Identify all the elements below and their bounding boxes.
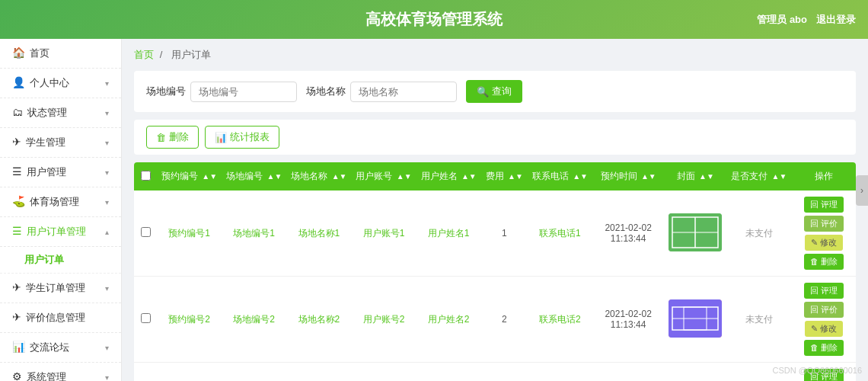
sort-arrows4[interactable]: ▲▼: [397, 173, 412, 181]
sidebar-item-venue[interactable]: ⛳体育场管理 ▾: [0, 187, 121, 217]
sidebar-item-system[interactable]: ⚙系统管理 ▾: [0, 363, 121, 381]
cell-cover-1: [664, 277, 726, 363]
chart-icon: 📊: [12, 341, 25, 353]
cell-venue-name-2: 场地名称3: [286, 363, 351, 382]
cell-actions-0: 回 评理 回 评价 ✎ 修改 🗑 删除: [791, 190, 856, 277]
sort-arrows3[interactable]: ▲▼: [332, 173, 347, 181]
delete-button-1[interactable]: 🗑 删除: [804, 340, 844, 356]
batch-delete-button[interactable]: 🗑 删除: [146, 126, 199, 149]
sidebar-subitem-user-order[interactable]: 用户订单: [0, 247, 121, 274]
sort-arrows2[interactable]: ▲▼: [266, 173, 282, 181]
search-icon: 🔍: [477, 86, 489, 98]
edit-button-0[interactable]: ✎ 修改: [805, 235, 843, 251]
breadcrumb-home[interactable]: 首页: [134, 49, 154, 60]
user-icon: 👤: [12, 76, 25, 88]
cell-cover-2: [664, 363, 726, 382]
comment-button-0[interactable]: 回 评价: [804, 216, 844, 232]
breadcrumb-separator: /: [160, 49, 163, 60]
th-actions: 操作: [791, 162, 856, 190]
row-actions-2: 回 评理 回 评价 ✎ 修改 🗑 删除: [796, 369, 851, 381]
sidebar-item-orders[interactable]: ☰用户订单管理 ▴: [0, 217, 121, 247]
cell-user-account-0: 用户账号1: [351, 190, 416, 277]
th-fee: 费用 ▲▼: [481, 162, 528, 190]
cell-booking-no-2: 预约编号3: [157, 363, 222, 382]
delete-button-0[interactable]: 🗑 删除: [804, 254, 844, 270]
breadcrumb: 首页 / 用户订单: [134, 48, 856, 62]
cell-booking-time-0: 2021-02-02 11:13:44: [592, 190, 664, 277]
stadium-icon: ⛳: [12, 195, 25, 207]
data-table: 预约编号 ▲▼ 场地编号 ▲▼ 场地名称 ▲▼ 用户账号 ▲▼ 用户姓名 ▲▼ …: [134, 162, 856, 381]
stats-icon: 📊: [215, 132, 227, 143]
th-user-name: 用户姓名 ▲▼: [416, 162, 481, 190]
table-row: 预约编号1 场地编号1 场地名称1 用户账号1 用户姓名1 1 联系电话1 20…: [134, 190, 856, 277]
th-paid: 是否支付 ▲▼: [726, 162, 791, 190]
cell-booking-no-1: 预约编号2: [157, 277, 222, 363]
row-checkbox-1: [134, 277, 157, 363]
sort-arrows7[interactable]: ▲▼: [573, 173, 588, 181]
sort-arrows5[interactable]: ▲▼: [461, 173, 477, 181]
th-cover: 封面 ▲▼: [664, 162, 726, 190]
th-checkbox: [134, 162, 157, 190]
cell-booking-no-0: 预约编号1: [157, 190, 222, 277]
cell-venue-code-0: 场地编号1: [222, 190, 286, 277]
cell-actions-1: 回 评理 回 评价 ✎ 修改 🗑 删除: [791, 277, 856, 363]
search-button[interactable]: 🔍 查询: [466, 80, 522, 103]
search-bar: 场地编号 场地名称 🔍 查询: [134, 71, 856, 112]
order-icon: ☰: [12, 225, 22, 237]
cell-user-account-2: 用户账号3: [351, 363, 416, 382]
review-button-1[interactable]: 回 评理: [804, 283, 844, 299]
sidebar-item-status[interactable]: 🗂状态管理 ▾: [0, 98, 121, 128]
th-booking-no: 预约编号 ▲▼: [157, 162, 222, 190]
sidebar-item-student-order[interactable]: ✈学生订单管理 ▾: [0, 274, 121, 303]
cell-venue-code-2: 场地编号3: [222, 363, 286, 382]
sort-arrows6[interactable]: ▲▼: [508, 173, 523, 181]
chevron-down-icon2: ▾: [105, 284, 109, 293]
chevron-down-icon: ▾: [105, 198, 109, 207]
sidebar-item-personal[interactable]: 👤个人中心 ▾: [0, 69, 121, 98]
cell-venue-name-1: 场地名称2: [286, 277, 351, 363]
paid-status-0: 未支付: [745, 228, 773, 239]
cell-user-name-2: 用户姓名3: [416, 363, 481, 382]
cell-contact-2: 联系电话3: [528, 363, 592, 382]
row-checkbox-2: [134, 363, 157, 382]
stats-button[interactable]: 📊 统计报表: [205, 126, 279, 149]
send-icon2: ✈: [12, 281, 21, 293]
venue-code-input[interactable]: [190, 82, 297, 102]
folder-icon: 🗂: [12, 106, 23, 118]
paid-status-1: 未支付: [745, 314, 773, 325]
sort-arrows9[interactable]: ▲▼: [699, 173, 714, 181]
table-row: 预约编号3 场地编号3 场地名称3 用户账号3 用户姓名3 3 联系电话3 20…: [134, 363, 856, 382]
list-icon: ☰: [12, 165, 22, 178]
sidebar-item-forum[interactable]: 📊交流论坛 ▾: [0, 333, 121, 363]
sort-arrows[interactable]: ▲▼: [202, 173, 217, 181]
sort-arrows10[interactable]: ▲▼: [772, 173, 787, 181]
home-icon: 🏠: [12, 46, 25, 59]
cell-fee-0: 1: [481, 190, 528, 277]
sidebar-item-review[interactable]: ✈评价信息管理: [0, 303, 121, 333]
edit-button-1[interactable]: ✎ 修改: [805, 321, 843, 337]
main-content: 首页 / 用户订单 场地编号 场地名称 🔍 查询 🗑 删除: [122, 39, 868, 381]
sidebar-item-user[interactable]: ☰用户管理 ▾: [0, 158, 121, 187]
cell-booking-time-1: 2021-02-02 11:13:44: [592, 277, 664, 363]
sidebar-item-student[interactable]: ✈学生管理 ▾: [0, 128, 121, 158]
cell-paid-1: 未支付: [726, 277, 791, 363]
review-icon: ✈: [12, 311, 21, 323]
venue-name-input[interactable]: [350, 82, 457, 102]
cell-user-name-0: 用户姓名1: [416, 190, 481, 277]
row-actions-1: 回 评理 回 评价 ✎ 修改 🗑 删除: [796, 283, 851, 356]
th-contact: 联系电话 ▲▼: [528, 162, 592, 190]
review-button-0[interactable]: 回 评理: [804, 197, 844, 213]
row-select-0[interactable]: [141, 227, 151, 237]
comment-button-1[interactable]: 回 评价: [804, 302, 844, 318]
venue-code-label: 场地编号: [146, 85, 186, 98]
review-button-2[interactable]: 回 评理: [804, 369, 844, 381]
row-select-1[interactable]: [141, 313, 151, 323]
sidebar-item-home[interactable]: 🏠首页: [0, 39, 121, 69]
th-booking-time: 预约时间 ▲▼: [592, 162, 664, 190]
cell-paid-0: 未支付: [726, 190, 791, 277]
logout-btn[interactable]: 退出登录: [816, 13, 856, 27]
chevron-up-icon: ▴: [105, 228, 109, 236]
select-all-checkbox[interactable]: [141, 171, 151, 181]
collapse-sidebar-button[interactable]: ›: [856, 175, 868, 206]
sort-arrows8[interactable]: ▲▼: [641, 173, 656, 181]
